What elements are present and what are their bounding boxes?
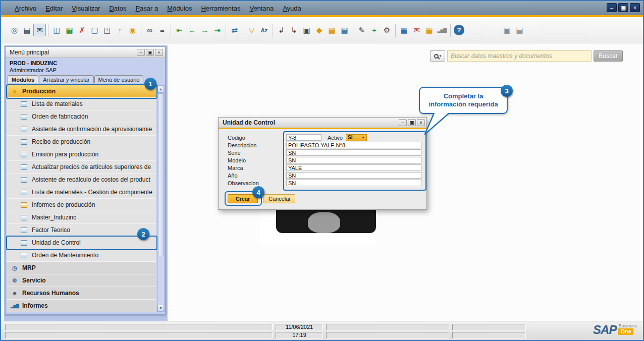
misc-1-icon[interactable]: ▣ xyxy=(501,24,513,36)
windows-icon[interactable]: ◫ xyxy=(50,24,63,36)
search-input[interactable] xyxy=(447,50,592,62)
service-icon: ⚙ xyxy=(11,277,19,284)
modelo-input[interactable] xyxy=(286,157,421,163)
anio-input[interactable] xyxy=(286,172,421,179)
item-label: Factor Teorico xyxy=(32,226,70,234)
refresh-icon[interactable]: ⇄ xyxy=(228,24,241,36)
document-icon xyxy=(21,127,27,132)
list-icon[interactable]: ≡ xyxy=(156,24,169,36)
restore-icon[interactable]: ▣ xyxy=(618,3,628,12)
help-icon[interactable]: ? xyxy=(454,25,464,35)
menu-modulos[interactable]: Módulos xyxy=(163,3,196,14)
tree-item-lista-de-materiales[interactable]: Lista de materiales xyxy=(7,98,156,110)
menu-archivo[interactable]: Archivo xyxy=(10,3,41,14)
close-icon[interactable]: × xyxy=(630,3,640,12)
tree-item-emision-para-produccion[interactable]: Emisión para producción xyxy=(7,148,156,161)
menu-herramientas[interactable]: Herramientas xyxy=(196,3,245,14)
tab-arrastrar-y-vincular[interactable]: Arrastrar y vincular xyxy=(39,75,93,83)
dialog-minimize-icon[interactable]: – xyxy=(399,119,407,126)
tree-item-informes-de-produccion[interactable]: Informes de producción xyxy=(7,199,156,211)
mail-alert-icon[interactable]: ✉ xyxy=(410,24,423,36)
panel-close-icon[interactable]: × xyxy=(155,49,163,56)
doc-options-icon[interactable]: ◳ xyxy=(101,24,114,36)
lock-icon[interactable]: ◉ xyxy=(126,24,139,36)
tree-item-recibo-de-produccion[interactable]: Recibo de producción xyxy=(7,136,156,148)
remove-icon[interactable]: ✗ xyxy=(76,24,88,36)
add-document-icon[interactable]: + xyxy=(368,24,381,36)
user-name: Administrador SAP xyxy=(10,67,57,73)
table-gold-icon[interactable]: ▦ xyxy=(326,24,338,36)
export-excel-icon[interactable]: ▦ xyxy=(63,24,76,36)
sap-business-one-logo: SAP Business One xyxy=(593,323,637,336)
marca-input[interactable] xyxy=(286,164,421,171)
item-label: Unidad de Control xyxy=(32,239,81,246)
misc-2-icon[interactable]: ▤ xyxy=(513,24,526,36)
tab-modulos[interactable]: Módulos xyxy=(8,75,38,83)
print-icon[interactable]: ▤ xyxy=(21,24,33,36)
tree-item-asistente-recalculo[interactable]: Asistente de recálculo de costos del pro… xyxy=(7,174,156,186)
previous-record-icon[interactable]: ← xyxy=(186,24,198,36)
menu-ventana[interactable]: Ventana xyxy=(245,3,278,14)
search-options-button[interactable]: ▾ xyxy=(430,50,445,62)
search-button[interactable]: Buscar xyxy=(594,50,623,62)
activo-select[interactable]: SI ▼ xyxy=(346,134,367,141)
tree-item-lista-gestion-componentes[interactable]: Lista de materiales - Gestión de compone… xyxy=(7,186,156,199)
panel-maximize-icon[interactable]: ▣ xyxy=(146,49,154,56)
copy-to-icon[interactable]: ↳ xyxy=(288,24,300,36)
unidad-de-control-dialog: Unidad de Control – ▣ × Codigo Activo SI… xyxy=(218,117,427,210)
menu-ayuda[interactable]: Ayuda xyxy=(278,3,306,14)
menu-pasar-a[interactable]: Pasar a xyxy=(131,3,163,14)
menu-editar[interactable]: Editar xyxy=(41,3,67,14)
observacion-input[interactable] xyxy=(286,180,421,186)
tree-section-mrp[interactable]: ◷MRP xyxy=(7,262,156,274)
tree-item-unidad-de-control[interactable]: Unidad de Control xyxy=(7,237,156,249)
last-record-icon[interactable]: ⇥ xyxy=(211,24,224,36)
edit-icon[interactable]: ✎ xyxy=(355,24,368,36)
duplicate-icon[interactable]: ▣ xyxy=(300,24,313,36)
tree-item-orden-de-mantenimiento[interactable]: Orden de Mantenimiento xyxy=(7,249,156,262)
tree-section-recursos-humanos[interactable]: ☻Recursos Humanos xyxy=(7,287,156,300)
form-settings-icon[interactable]: ⚙ xyxy=(381,24,393,36)
serie-input[interactable] xyxy=(286,149,421,156)
cancelar-button[interactable]: Cancelar xyxy=(263,194,295,203)
logo-business-text: Business xyxy=(618,323,637,328)
descripcion-input[interactable] xyxy=(286,142,421,148)
menu-visualizar[interactable]: Visualizar xyxy=(67,3,104,14)
dialog-titlebar[interactable]: Unidad de Control – ▣ × xyxy=(219,118,426,128)
tab-menu-de-usuario[interactable]: Menú de usuario xyxy=(94,75,144,83)
scroll-up-icon[interactable]: ▲ xyxy=(157,86,164,93)
copy-from-icon[interactable]: ↲ xyxy=(275,24,288,36)
tree-section-informes[interactable]: ▂▅▇Informes xyxy=(7,300,156,312)
codigo-input[interactable] xyxy=(286,134,321,141)
export-doc-icon[interactable]: ▢ xyxy=(88,24,101,36)
chart-icon[interactable]: ▂▅▇ xyxy=(436,24,448,36)
print-preview-icon[interactable]: ◎ xyxy=(8,24,21,36)
dialog-maximize-icon[interactable]: ▣ xyxy=(408,119,416,126)
calendar-icon[interactable]: ▦ xyxy=(423,24,436,36)
find-icon[interactable]: ∞ xyxy=(143,24,156,36)
item-label: Informes de producción xyxy=(32,201,95,208)
tree-item-orden-de-fabricacion[interactable]: Orden de fabricación xyxy=(7,110,156,123)
email-icon[interactable]: ✉ xyxy=(33,24,46,36)
next-record-icon[interactable]: → xyxy=(198,24,211,36)
tree-section-produccion[interactable]: ★ Producción xyxy=(7,85,156,98)
scroll-down-icon[interactable]: ▼ xyxy=(157,305,164,312)
tree-section-servicio[interactable]: ⚙Servicio xyxy=(7,274,156,287)
tree-item-factor-teorico[interactable]: Factor Teorico xyxy=(7,224,156,237)
sidebar-scrollbar[interactable]: ▲ ▼ xyxy=(157,85,165,312)
menu-datos[interactable]: Datos xyxy=(104,3,131,14)
first-record-icon[interactable]: ⇤ xyxy=(173,24,186,36)
sort-icon[interactable]: Az xyxy=(258,24,271,36)
stamp-icon[interactable]: ◆ xyxy=(313,24,326,36)
planner-icon[interactable]: ▦ xyxy=(398,24,410,36)
minimize-icon[interactable]: – xyxy=(607,3,617,12)
tree-item-master-induzinc[interactable]: Master_Induzinc xyxy=(7,211,156,224)
table-blue-icon[interactable]: ▦ xyxy=(338,24,351,36)
tree-item-actualizar-precios[interactable]: Actualizar precios de artículos superior… xyxy=(7,161,156,174)
filter-icon[interactable]: ▽ xyxy=(245,24,258,36)
tree-item-asistente-confirmacion[interactable]: Asistente de confirmación de aprovisiona… xyxy=(7,123,156,136)
upload-icon[interactable]: ↑ xyxy=(114,24,126,36)
scrollbar-thumb[interactable] xyxy=(158,93,164,256)
equipment-photo xyxy=(260,210,376,244)
panel-minimize-icon[interactable]: – xyxy=(137,49,145,56)
